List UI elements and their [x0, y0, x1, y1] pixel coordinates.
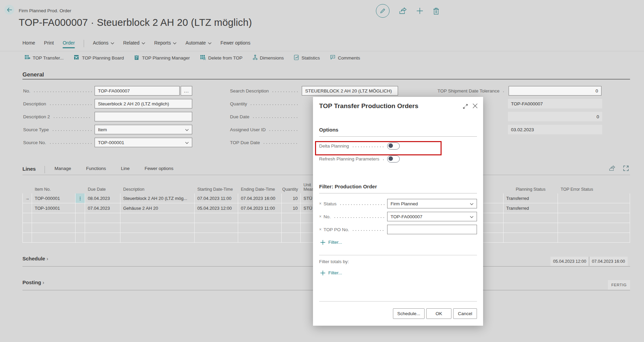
toolbar-item-top-planning-board[interactable]: TOP Planning Board — [74, 55, 124, 61]
cell-starting-date-time[interactable]: 07.04.2023 11:00 — [195, 193, 238, 203]
column-header-description[interactable]: Description — [120, 181, 195, 193]
toolbar-item-top-transfer[interactable]: TOP Transfer... — [24, 55, 64, 61]
field-no[interactable]: TOP-FA000007 — [387, 212, 477, 221]
toggle-delta-planning[interactable] — [387, 142, 400, 150]
cell-due-date[interactable]: 07.04.2023 — [85, 203, 120, 213]
lookup-button[interactable]: ... — [181, 86, 192, 96]
toolbar-item-dimensions[interactable]: Dimensions — [253, 55, 284, 61]
lines-tab-fewer-options[interactable]: Fewer options — [145, 166, 174, 171]
cell-top-error-status[interactable] — [558, 203, 630, 213]
field-description-2[interactable] — [95, 112, 192, 121]
menu-tab-order[interactable]: Order — [63, 40, 75, 47]
cell-item-no[interactable]: TOP-000001 — [32, 193, 76, 203]
menu-tab-automate[interactable]: Automate — [185, 40, 212, 47]
dialog-expand-button[interactable] — [463, 104, 468, 109]
column-header-top-error-status[interactable]: TOP Error Status — [558, 181, 630, 193]
posting-heading[interactable]: Posting› — [22, 279, 44, 285]
cell-planning-status[interactable] — [503, 233, 558, 243]
cell-description[interactable] — [120, 233, 195, 243]
cell-item-no[interactable] — [32, 223, 76, 233]
lines-tab-line[interactable]: Line — [121, 166, 130, 171]
column-header-quantity[interactable]: Quantity — [282, 181, 301, 193]
menu-tab-actions[interactable]: Actions — [93, 40, 114, 47]
column-header-starting-date-time[interactable]: Starting Date-Time — [195, 181, 238, 193]
cell-quantity[interactable] — [282, 223, 301, 233]
toolbar-item-top-planning-manager[interactable]: TOP Planning Manager — [134, 55, 190, 61]
share-button[interactable] — [399, 7, 407, 15]
add-button[interactable] — [416, 7, 424, 15]
cell-ending-date-time[interactable]: 07.04.2023 16:00 — [238, 193, 282, 203]
field-top-shipment-date-tolerance[interactable]: 0 — [509, 86, 601, 96]
lines-share-button[interactable] — [609, 165, 615, 171]
totals-add-filter-link[interactable]: Filter... — [320, 270, 342, 275]
cell-planning-status[interactable]: Transferred — [503, 193, 558, 203]
lines-heading[interactable]: Lines — [22, 166, 36, 172]
toolbar-item-comments[interactable]: Comments — [330, 55, 360, 61]
menu-tab-related[interactable]: Related — [123, 40, 145, 47]
cell-description[interactable] — [120, 223, 195, 233]
cell-ending-date-time[interactable] — [238, 233, 282, 243]
row-menu[interactable] — [76, 203, 85, 213]
field-search-description[interactable]: STEUERBLOCK 2 AH 20 (LTZ MÖGLICH) — [302, 86, 398, 96]
cell-starting-date-time[interactable]: 05.04.2023 12:00 — [195, 203, 238, 213]
cell-ending-date-time[interactable]: 07.04.2023 11:00 — [238, 203, 282, 213]
cell-top-error-status[interactable] — [558, 193, 630, 203]
menu-tab-print[interactable]: Print — [44, 40, 54, 47]
general-heading[interactable]: General — [22, 71, 44, 78]
menu-tab-home[interactable]: Home — [22, 40, 35, 47]
cell-item-no[interactable] — [32, 213, 76, 223]
toggle-refresh-planning-parameters[interactable] — [387, 155, 400, 163]
cell-item-no[interactable] — [32, 233, 76, 243]
cell-due-date[interactable]: 08.04.2023 — [85, 193, 120, 203]
cell-top-error-status[interactable] — [558, 223, 630, 233]
cell-starting-date-time[interactable] — [195, 213, 238, 223]
field-description[interactable]: Steuerblock 2 AH 20 (LTZ möglich) — [95, 99, 192, 108]
back-button[interactable] — [4, 5, 14, 15]
cell-description[interactable] — [120, 213, 195, 223]
toolbar-item-statistics[interactable]: Statistics — [294, 55, 320, 61]
ellipsis-vertical-icon[interactable]: ⋮ — [76, 193, 85, 203]
cell-quantity[interactable] — [282, 233, 301, 243]
menu-tab-reports[interactable]: Reports — [154, 40, 177, 47]
cell-planning-status[interactable] — [503, 223, 558, 233]
edit-button[interactable] — [376, 4, 390, 18]
cell-planning-status[interactable]: Transferred — [503, 203, 558, 213]
menu-tab-fewer-options[interactable]: Fewer options — [220, 40, 250, 47]
cell-top-error-status[interactable] — [558, 233, 630, 243]
cell-quantity[interactable]: 10 — [282, 193, 301, 203]
cell-starting-date-time[interactable] — [195, 233, 238, 243]
column-header-item-no[interactable]: Item No. — [32, 181, 76, 193]
field-status[interactable]: Firm Planned — [387, 199, 477, 208]
field-source-no[interactable]: TOP-000001 — [95, 138, 192, 147]
cell-description[interactable]: Steuerblock 2 AH 20 (LTZ mög... — [120, 193, 195, 203]
delete-button[interactable] — [433, 7, 440, 15]
field-source-type[interactable]: Item — [95, 125, 192, 134]
lines-expand-button[interactable] — [623, 165, 629, 171]
remove-filter-icon[interactable]: × — [319, 227, 321, 232]
column-header-planning-status[interactable]: Planning Status — [503, 181, 558, 193]
cell-starting-date-time[interactable] — [195, 223, 238, 233]
cell-quantity[interactable]: 10 — [282, 203, 301, 213]
row-menu[interactable] — [76, 233, 85, 243]
row-menu[interactable] — [76, 223, 85, 233]
dialog-close-button[interactable] — [472, 103, 478, 109]
field-top-po-no[interactable] — [387, 225, 477, 234]
cell-top-error-status[interactable] — [558, 213, 630, 223]
lines-tab-manage[interactable]: Manage — [54, 166, 71, 171]
toolbar-item-delete-from-top[interactable]: Delete from TOP — [200, 55, 243, 61]
row-menu[interactable] — [76, 213, 85, 223]
cell-due-date[interactable] — [85, 223, 120, 233]
lines-tab-functions[interactable]: Functions — [86, 166, 106, 171]
remove-filter-icon[interactable]: × — [319, 214, 321, 219]
remove-filter-icon[interactable]: × — [319, 201, 321, 206]
cell-description[interactable]: Gehäuse 2 AH 20 — [120, 203, 195, 213]
cell-ending-date-time[interactable] — [238, 213, 282, 223]
cancel-button[interactable]: Cancel — [453, 308, 477, 319]
cell-planning-status[interactable] — [503, 213, 558, 223]
cell-item-no[interactable]: TOP-100001 — [32, 203, 76, 213]
field-no[interactable]: TOP-FA000007 — [95, 86, 180, 96]
cell-due-date[interactable] — [85, 213, 120, 223]
column-header-ending-date-time[interactable]: Ending Date-Time — [238, 181, 282, 193]
cell-quantity[interactable] — [282, 213, 301, 223]
add-filter-link[interactable]: Filter... — [320, 240, 342, 245]
